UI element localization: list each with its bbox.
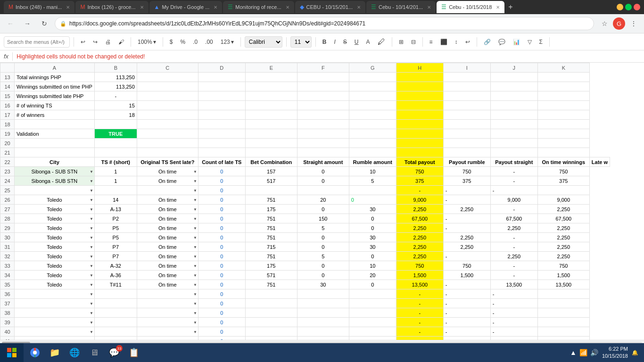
cell-payout-rumble[interactable]: 2,250 xyxy=(443,233,490,242)
cell-on-time-winnings[interactable] xyxy=(537,101,589,110)
cell-count-late[interactable] xyxy=(198,82,245,91)
taskbar-time[interactable]: 6:22 PM 10/15/2018 xyxy=(602,346,628,360)
align-left-button[interactable]: ≡ xyxy=(427,36,436,48)
cell-payout-rumble[interactable]: - xyxy=(443,252,490,261)
cell-total-payout[interactable] xyxy=(396,82,443,91)
menu-button[interactable]: ⋮ xyxy=(627,17,640,30)
cell-on-time-winnings[interactable]: 750 xyxy=(537,261,589,271)
cell-sent-late[interactable]: On time▼ xyxy=(137,280,198,289)
cell-bet-combo[interactable] xyxy=(245,82,297,91)
col-header-d[interactable]: D xyxy=(198,63,245,73)
cell-sent-late[interactable]: On time▼ xyxy=(137,214,198,223)
cell-city[interactable]: ▼ xyxy=(15,318,95,327)
cell-ts[interactable]: 18 xyxy=(94,110,137,120)
cell-on-time-winnings[interactable]: 2,250 xyxy=(537,205,589,214)
cell-straight[interactable] xyxy=(297,318,349,327)
cell-bet-combo[interactable] xyxy=(245,120,297,129)
cell-count-late[interactable]: 0 xyxy=(198,167,245,176)
cell-ts[interactable]: P5 xyxy=(94,233,137,242)
cell-payout-rumble[interactable] xyxy=(443,148,490,157)
cell-on-time-winnings[interactable] xyxy=(537,129,589,139)
cell-straight[interactable] xyxy=(297,308,349,318)
browser-tab-5[interactable]: ◆ CEBU - 10/15/201... ✕ xyxy=(295,1,365,13)
cell-bet-combo[interactable] xyxy=(245,91,297,101)
cell-payout-rumble[interactable]: - xyxy=(443,308,490,318)
cell-payout-rumble[interactable]: - xyxy=(443,327,490,337)
cell-rumble[interactable] xyxy=(349,82,396,91)
cell-straight[interactable]: 0 xyxy=(297,261,349,271)
cell-straight[interactable] xyxy=(297,299,349,308)
cell-total-payout[interactable]: 2,250 xyxy=(396,233,443,242)
cell-city[interactable]: # of winners xyxy=(15,110,95,120)
col-header-i[interactable]: I xyxy=(443,63,490,73)
cell-city[interactable]: Total winnings PHP xyxy=(15,73,95,82)
cell-rumble[interactable]: 30 xyxy=(349,233,396,242)
cell-payout-straight[interactable] xyxy=(490,91,537,101)
cell-payout-straight[interactable]: - xyxy=(490,299,537,308)
cell-count-late[interactable]: 0 xyxy=(198,242,245,252)
cell-sent-late[interactable]: ▼ xyxy=(137,327,198,337)
taskbar-notification-icon[interactable]: 🔔 xyxy=(632,350,638,356)
cell-payout-straight[interactable] xyxy=(490,101,537,110)
cell-count-late[interactable]: 0 xyxy=(198,289,245,299)
cell-payout-straight[interactable] xyxy=(490,139,537,148)
cell-payout-rumble[interactable]: 750 xyxy=(443,167,490,176)
sheet-grid[interactable]: A B C D E F G H I J K 13Total winnings P… xyxy=(0,63,644,340)
cell-straight[interactable] xyxy=(297,148,349,157)
cell-bet-combo[interactable] xyxy=(245,139,297,148)
cell-sent-late[interactable]: On time▼ xyxy=(137,261,198,271)
cell-total-payout[interactable]: - xyxy=(396,318,443,327)
text-color-button[interactable]: A xyxy=(363,36,373,48)
browser-tab-6[interactable]: ☰ Cebu - 10/14/201... ✕ xyxy=(366,1,436,13)
maximize-button[interactable] xyxy=(625,4,632,10)
col-header-e[interactable]: E xyxy=(245,63,297,73)
cell-payout-rumble[interactable]: - xyxy=(443,289,490,299)
cell-payout-rumble[interactable] xyxy=(443,110,490,120)
cell-count-late[interactable] xyxy=(198,120,245,129)
cell-count-late[interactable]: 0 xyxy=(198,271,245,280)
decimal-decrease-button[interactable]: .0 xyxy=(190,36,200,48)
cell-rumble[interactable] xyxy=(349,110,396,120)
cell-on-time-winnings[interactable]: 13,500 xyxy=(537,280,589,289)
cell-payout-straight[interactable]: 13,500 xyxy=(490,280,537,289)
cell-total-payout[interactable] xyxy=(396,120,443,129)
cell-city[interactable]: Toledo▼ xyxy=(15,205,95,214)
cell-total-payout[interactable]: 750 xyxy=(396,167,443,176)
cell-bet-combo[interactable] xyxy=(245,186,297,195)
cell-city[interactable]: Sibonga - SUB STN▼ xyxy=(15,167,95,176)
cell-city[interactable]: ▼ xyxy=(15,186,95,195)
cell-ts[interactable]: P7 xyxy=(94,252,137,261)
cell-ts[interactable]: T#11 xyxy=(94,280,137,289)
cell-city[interactable]: ▼ xyxy=(15,308,95,318)
cell-payout-rumble[interactable] xyxy=(443,120,490,129)
cell-total-payout[interactable]: - xyxy=(396,186,443,195)
cell-straight[interactable]: 0 xyxy=(297,205,349,214)
cell-payout-straight[interactable]: - xyxy=(490,233,537,242)
cell-sent-late[interactable]: ▼ xyxy=(137,318,198,327)
cell-rumble[interactable]: 0 xyxy=(349,214,396,223)
cell-bet-combo[interactable]: 751 xyxy=(245,252,297,261)
col-header-h[interactable]: H xyxy=(396,63,443,73)
cell-sent-late[interactable]: ▼ xyxy=(137,299,198,308)
percent-button[interactable]: % xyxy=(177,36,188,48)
chart-button[interactable]: 📊 xyxy=(510,36,523,48)
cell-ts[interactable] xyxy=(94,299,137,308)
cell-bet-combo[interactable] xyxy=(245,110,297,120)
cell-rumble[interactable]: 0 xyxy=(349,280,396,289)
refresh-button[interactable]: ↻ xyxy=(38,17,51,30)
cell-ts[interactable]: P7 xyxy=(94,242,137,252)
cell-total-payout[interactable]: 375 xyxy=(396,176,443,186)
cell-city[interactable] xyxy=(15,139,95,148)
cell-on-time-winnings[interactable]: 1,500 xyxy=(537,271,589,280)
cell-ts[interactable] xyxy=(94,289,137,299)
cell-total-payout[interactable] xyxy=(396,73,443,82)
cell-payout-straight[interactable]: - xyxy=(490,337,537,340)
cell-bet-combo[interactable]: 751 xyxy=(245,195,297,205)
minimize-button[interactable] xyxy=(617,4,623,10)
cell-sent-late[interactable] xyxy=(137,110,198,120)
taskbar-app-explorer[interactable]: 📁 xyxy=(45,344,64,361)
cell-payout-rumble[interactable]: 2,250 xyxy=(443,242,490,252)
col-header-c[interactable]: C xyxy=(137,63,198,73)
cell-payout-straight[interactable]: - xyxy=(490,271,537,280)
cell-straight[interactable]: 5 xyxy=(297,223,349,233)
